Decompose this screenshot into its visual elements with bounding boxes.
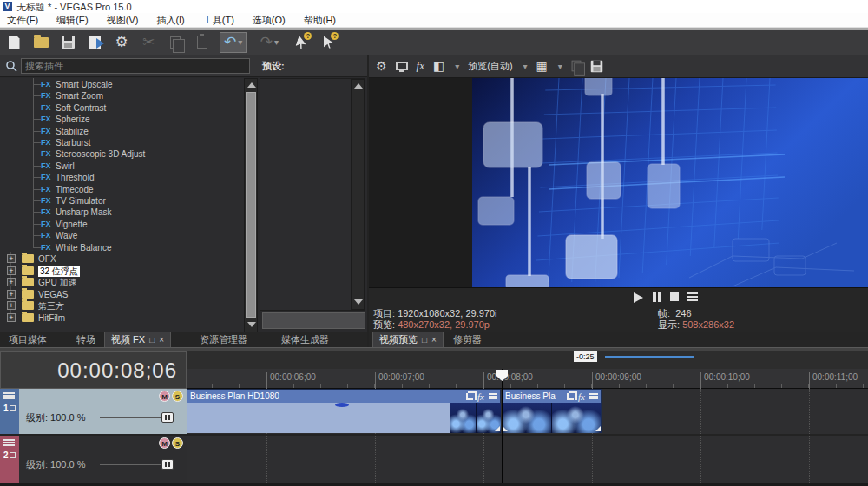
preset-list[interactable] (260, 78, 365, 311)
close-icon[interactable]: × (431, 335, 437, 345)
fx-item[interactable]: FXSoft Contrast (0, 102, 258, 114)
expand-icon[interactable]: + (7, 266, 16, 275)
fx-item[interactable]: FXTimecode (0, 184, 258, 195)
fx-folder-ofx[interactable]: +OFX (0, 253, 258, 265)
save-snapshot-icon[interactable] (591, 60, 603, 72)
copy-snapshot-icon[interactable] (571, 61, 581, 72)
track-menu-icon[interactable] (3, 439, 15, 446)
undo-dropdown-icon[interactable]: ▾ (238, 37, 242, 47)
fade-handle[interactable] (595, 426, 601, 431)
render-as-button[interactable] (85, 33, 104, 52)
fx-item[interactable]: FXSmart Zoom (0, 90, 258, 102)
search-input[interactable] (21, 58, 250, 74)
expand-icon[interactable]: + (7, 290, 16, 299)
grid-dropdown-icon[interactable]: ▾ (558, 62, 562, 71)
timeline-clip[interactable]: Business Plan HD1080 fx (187, 389, 501, 433)
expand-icon[interactable]: + (7, 301, 16, 310)
fx-folder-32bit[interactable]: +32 位浮点 (0, 266, 258, 277)
fx-item[interactable]: FXStarburst (0, 137, 258, 148)
transport-menu-icon[interactable] (687, 292, 698, 301)
expand-icon[interactable]: + (7, 313, 16, 322)
fx-folder-gpu[interactable]: +GPU 加速 (0, 277, 258, 288)
menu-view[interactable]: 视图(V) (107, 14, 139, 27)
playhead-line[interactable] (502, 369, 503, 483)
quality-dropdown-icon[interactable]: ▾ (523, 62, 528, 71)
properties-button[interactable]: ⚙ (112, 33, 131, 52)
fx-item[interactable]: FXSpherize (0, 114, 258, 125)
fx-item[interactable]: FXSmart Upscale (0, 79, 258, 90)
tab-project-media[interactable]: 项目媒体 (9, 333, 47, 346)
expand-icon[interactable]: + (7, 254, 16, 263)
split-dropdown-icon[interactable]: ▾ (455, 62, 459, 71)
tab-transitions[interactable]: 转场 (76, 333, 95, 346)
event-fx-icon[interactable]: fx (477, 391, 484, 402)
track-menu-icon[interactable] (3, 392, 15, 399)
redo-dropdown-icon[interactable]: ▾ (274, 37, 279, 47)
fx-item[interactable]: FXStabilize (0, 126, 258, 137)
cut-button[interactable]: ✂ (139, 33, 158, 52)
tab-media-generators[interactable]: 媒体生成器 (281, 333, 329, 346)
mute-button[interactable]: M (159, 391, 170, 402)
pause-button[interactable] (653, 292, 661, 302)
tab-video-fx[interactable]: 视频 FX □ × (104, 332, 171, 347)
scroll-down-icon[interactable] (354, 299, 363, 305)
whats-this-help-button[interactable]: ? (319, 33, 338, 52)
tree-scrollbar[interactable] (244, 78, 258, 332)
timeline-ruler[interactable]: 00:00:06;00 00:00:07;00 00:00:08;00 00:0… (187, 369, 868, 389)
menu-tools[interactable]: 工具(T) (203, 14, 234, 27)
split-screen-icon[interactable]: ◧ (433, 60, 444, 72)
fx-item[interactable]: FXUnsharp Mask (0, 207, 258, 218)
level-slider-handle[interactable] (161, 459, 174, 470)
stop-button[interactable] (670, 292, 679, 301)
event-menu-icon[interactable] (489, 393, 497, 399)
restore-icon[interactable]: □ (149, 335, 155, 345)
gear-icon[interactable]: ⚙ (376, 60, 387, 72)
event-pan-crop-icon[interactable] (567, 393, 574, 400)
paste-button[interactable] (193, 33, 212, 52)
tab-explorer[interactable]: 资源管理器 (200, 333, 247, 346)
solo-button[interactable]: S (172, 437, 183, 449)
marker-bar[interactable]: -0:25 (187, 351, 868, 369)
interaction-help-button[interactable]: ? (292, 33, 311, 52)
fx-folder-vegas[interactable]: +VEGAS (0, 289, 258, 300)
menu-options[interactable]: 选项(O) (253, 14, 286, 27)
fx-item[interactable]: FXWhite Balance (0, 242, 258, 253)
menu-file[interactable]: 文件(F) (7, 14, 38, 27)
clip-header[interactable]: Business Plan HD1080 fx (187, 390, 500, 403)
fx-item[interactable]: FXThreshold (0, 172, 258, 183)
event-fx-icon[interactable]: fx (578, 391, 585, 402)
tab-trimmer[interactable]: 修剪器 (453, 333, 482, 346)
scrollbar-thumb[interactable] (246, 92, 256, 318)
scroll-up-icon[interactable] (354, 83, 363, 89)
level-slider-handle[interactable] (161, 412, 174, 423)
track-2-lane[interactable] (187, 436, 868, 483)
redo-button[interactable]: ↷ ▾ (254, 33, 284, 52)
play-button[interactable] (634, 292, 643, 303)
track-1-lane[interactable]: Business Plan HD1080 fx Business Pla... … (187, 389, 868, 434)
event-pan-crop-icon[interactable] (466, 393, 473, 400)
new-project-button[interactable] (4, 33, 23, 52)
save-button[interactable] (58, 33, 77, 52)
open-button[interactable] (31, 33, 50, 52)
fade-handle[interactable] (495, 426, 500, 431)
preview-quality-select[interactable]: 预览(自动) (468, 60, 512, 73)
fx-item[interactable]: FXWave (0, 230, 258, 241)
fx-folder-hitfilm[interactable]: +HitFilm (0, 312, 258, 324)
scroll-up-icon[interactable] (247, 82, 256, 88)
video-output-fx-icon[interactable]: fx (417, 59, 424, 73)
fx-item[interactable]: FXSwirl (0, 161, 258, 172)
mute-button[interactable]: M (159, 437, 170, 449)
event-menu-icon[interactable] (589, 393, 598, 399)
track-2-header[interactable]: 2 M S 级别: 100.0 % (0, 436, 187, 483)
menu-help[interactable]: 帮助(H) (304, 14, 336, 27)
track-1-header[interactable]: 1 M S 级别: 100.0 % (0, 389, 187, 434)
menu-insert[interactable]: 插入(I) (156, 14, 184, 27)
timecode-display[interactable]: 00:00:08;06 (0, 351, 187, 389)
restore-icon[interactable]: □ (422, 335, 427, 345)
scroll-down-icon[interactable] (247, 322, 256, 327)
tab-video-preview[interactable]: 视频预览 □ × (372, 332, 444, 347)
copy-button[interactable] (166, 33, 185, 52)
undo-button[interactable]: ↶ ▾ (220, 32, 247, 53)
preset-scrollbar[interactable] (351, 79, 365, 310)
fx-item[interactable]: FXStereoscopic 3D Adjust (0, 148, 258, 160)
